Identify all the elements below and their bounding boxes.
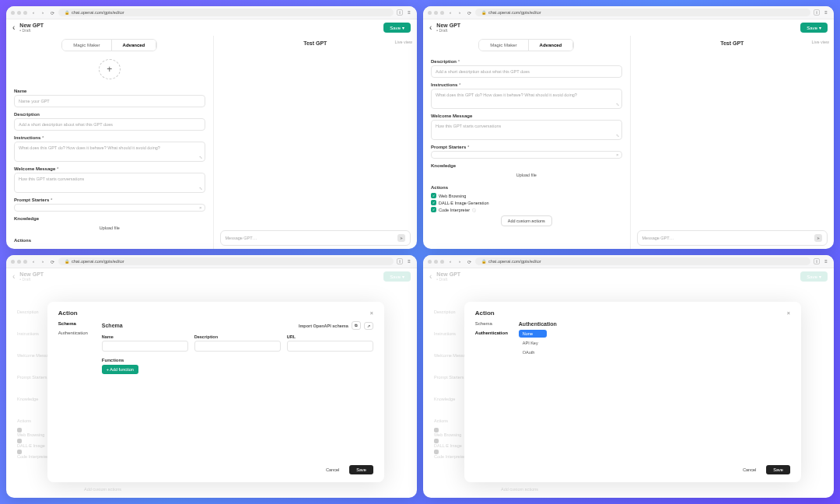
upload-file-link[interactable]: Upload file (431, 173, 622, 177)
avatar-upload[interactable]: + (99, 59, 121, 79)
description-label: Description (14, 112, 205, 117)
share-icon[interactable]: ⇪ (814, 9, 820, 16)
window-bottom-right: ‹›⟳ 🔒chat.openai.com/gpts/editor ⇪≡ ‹New… (423, 255, 834, 498)
menu-icon[interactable]: ≡ (823, 9, 829, 16)
sidebar-item-authentication[interactable]: Authentication (475, 331, 509, 335)
back-button[interactable]: ‹ (12, 23, 15, 32)
upload-file-link[interactable]: Upload file (14, 226, 205, 230)
schema-name-input[interactable] (102, 341, 188, 352)
send-icon[interactable]: ➤ (397, 234, 405, 242)
description-input[interactable]: Add a short description about what this … (431, 65, 622, 78)
clear-icon[interactable]: × (199, 205, 202, 210)
back-button[interactable]: ‹ (429, 23, 432, 32)
tab-magic-maker[interactable]: Magic Maker (479, 40, 527, 51)
modal-save-button[interactable]: Save (766, 465, 790, 474)
knowledge-label: Knowledge (14, 216, 205, 221)
save-button[interactable]: Save▾ (383, 23, 411, 33)
auth-option-oauth[interactable]: OAuth (519, 348, 547, 356)
instructions-input[interactable]: What does this GPT do? How does it behav… (431, 89, 622, 109)
welcome-input[interactable]: How this GPT starts conversations⤡ (431, 120, 622, 140)
titlebar: ‹ › ⟳ 🔒chat.openai.com/gpts/editor ⇪ ≡ (423, 6, 834, 19)
capability-code-interpreter[interactable]: ✓Code Interpreterⓘ (431, 207, 622, 212)
add-function-button[interactable]: + Add function (102, 365, 138, 374)
expand-icon[interactable]: ↗ (364, 322, 373, 330)
window-top-left: ‹ › ⟳ 🔒chat.openai.com/gpts/editor ⇪ ≡ ‹… (6, 6, 417, 249)
capability-dalle[interactable]: ✓DALL·E Image Generation (431, 200, 622, 205)
nav-back-icon[interactable]: ‹ (30, 9, 37, 16)
resize-handle-icon[interactable]: ⤡ (199, 186, 202, 191)
tab-advanced[interactable]: Advanced (111, 40, 157, 51)
prompt-starter-input[interactable]: × (14, 204, 205, 212)
window-bottom-left: ‹›⟳ 🔒chat.openai.com/gpts/editor ⇪≡ ‹New… (6, 255, 417, 498)
nav-fwd-icon[interactable]: › (457, 9, 463, 16)
url-bar[interactable]: 🔒chat.openai.com/gpts/editor (475, 257, 810, 265)
traffic-lights (11, 11, 27, 15)
chevron-down-icon: ▾ (402, 25, 404, 30)
gpt-subtitle: • Draft (19, 28, 44, 33)
clear-icon[interactable]: × (616, 152, 619, 157)
url-bar[interactable]: 🔒chat.openai.com/gpts/editor (475, 9, 810, 16)
refresh-icon[interactable]: ⟳ (49, 9, 55, 16)
live-view-toggle[interactable]: Live view (394, 40, 412, 44)
share-icon[interactable]: ⇪ (397, 9, 403, 16)
close-icon[interactable]: × (370, 310, 373, 316)
schema-url-input[interactable] (287, 341, 373, 352)
schema-description-input[interactable] (194, 341, 281, 352)
menu-icon[interactable]: ≡ (406, 9, 412, 16)
send-icon[interactable]: ➤ (814, 234, 822, 242)
sidebar-item-schema[interactable]: Schema (475, 321, 509, 326)
welcome-input[interactable]: How this GPT starts conversations⤡ (14, 173, 205, 193)
editor-header: ‹ New GPT • Draft Save▾ (6, 19, 417, 36)
auth-option-apikey[interactable]: API Key (519, 339, 547, 347)
modal-sidebar: Schema Authentication (58, 321, 93, 474)
url-bar[interactable]: 🔒chat.openai.com/gpts/editor (58, 257, 394, 265)
sidebar-item-authentication[interactable]: Authentication (58, 331, 93, 335)
close-icon[interactable]: × (787, 310, 790, 316)
add-custom-actions-button[interactable]: Add custom actions (501, 215, 552, 226)
tab-magic-maker[interactable]: Magic Maker (62, 40, 110, 51)
auth-options: None API Key OAuth (519, 330, 547, 356)
name-input[interactable]: Name your GPT (14, 95, 205, 107)
checkbox-icon: ✓ (431, 193, 436, 198)
cancel-button[interactable]: Cancel (320, 465, 345, 474)
lock-icon: 🔒 (65, 10, 69, 15)
config-pane: Magic Maker Advanced + Name Name your GP… (6, 36, 214, 249)
name-label: Name (14, 89, 205, 93)
instructions-label: Instructions* (14, 135, 205, 140)
preview-pane: Test GPT Live view Message GPT…➤ (214, 36, 418, 249)
import-schema[interactable]: Import OpenAPI schema⧉↗ (299, 321, 373, 330)
tab-segment: Magic Maker Advanced (61, 39, 157, 51)
message-input[interactable]: Message GPT…➤ (637, 230, 828, 246)
gpt-title: New GPT (19, 23, 44, 28)
action-modal: Action× Schema Authentication Authentica… (464, 302, 801, 482)
auth-option-none[interactable]: None (519, 330, 547, 338)
modal-title: Action (475, 310, 495, 317)
prompt-starter-input[interactable]: × (431, 151, 622, 159)
refresh-icon[interactable]: ⟳ (466, 9, 472, 16)
cancel-button[interactable]: Cancel (737, 465, 761, 474)
action-modal: Action× Schema Authentication Schema Imp… (47, 302, 384, 482)
resize-handle-icon[interactable]: ⤡ (199, 155, 202, 159)
capability-web-browsing[interactable]: ✓Web Browsing (431, 193, 622, 198)
welcome-label: Welcome Message* (14, 166, 205, 171)
url-bar[interactable]: 🔒chat.openai.com/gpts/editor (58, 9, 394, 16)
copy-icon[interactable]: ⧉ (352, 321, 361, 330)
sidebar-item-schema[interactable]: Schema (58, 321, 93, 326)
preview-title: Test GPT (303, 40, 327, 46)
modal-title: Action (58, 310, 78, 317)
prompt-starters-label: Prompt Starters* (14, 198, 205, 202)
tab-advanced[interactable]: Advanced (528, 40, 574, 51)
nav-back-icon[interactable]: ‹ (447, 9, 453, 16)
nav-fwd-icon[interactable]: › (40, 9, 46, 16)
actions-label: Actions (14, 238, 205, 243)
titlebar: ‹ › ⟳ 🔒chat.openai.com/gpts/editor ⇪ ≡ (6, 6, 417, 19)
save-button[interactable]: Save▾ (800, 23, 828, 33)
window-top-right: ‹ › ⟳ 🔒chat.openai.com/gpts/editor ⇪ ≡ ‹… (423, 6, 834, 249)
instructions-input[interactable]: What does this GPT do? How does it behav… (14, 142, 205, 162)
modal-save-button[interactable]: Save (349, 465, 373, 474)
description-input[interactable]: Add a short description about what this … (14, 118, 205, 131)
info-icon[interactable]: ⓘ (472, 208, 476, 212)
message-input[interactable]: Message GPT…➤ (220, 230, 411, 246)
